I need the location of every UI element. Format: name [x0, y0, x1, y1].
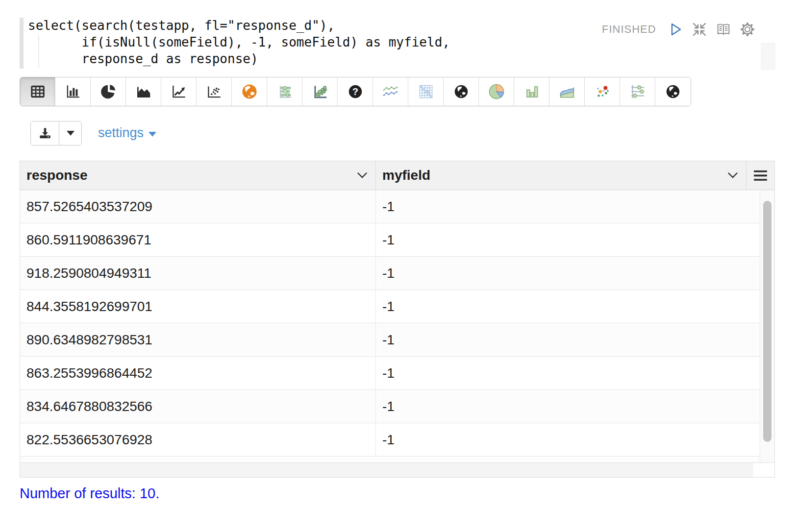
play-icon [668, 22, 683, 37]
code-line: response_d as response) [28, 50, 450, 67]
pie-color-icon [487, 82, 506, 101]
table-footer-bar [20, 462, 774, 477]
gear-icon [740, 22, 755, 37]
settings-gear-button[interactable] [740, 22, 755, 37]
cell-myfield: -1 [376, 190, 760, 223]
viz-tab-sparkline[interactable] [373, 77, 408, 106]
results-table: response myfield 857.5265403537209 -1 86… [20, 161, 775, 478]
cell-myfield: -1 [376, 257, 760, 290]
status-badge: FINISHED [602, 23, 656, 36]
cell-response: 863.2553996864452 [20, 357, 376, 389]
cell-myfield: -1 [376, 390, 760, 423]
scatter-chart-icon [205, 83, 223, 100]
viz-tab-table[interactable] [20, 77, 55, 106]
table-scrollbar-thumb[interactable] [763, 201, 771, 442]
globe-dark-icon [452, 83, 470, 100]
heatmap-icon [417, 83, 435, 100]
viz-tab-bar-chart[interactable] [55, 77, 91, 106]
table-row[interactable]: 890.6348982798531 -1 [20, 323, 760, 357]
settings-link[interactable]: settings [98, 125, 156, 141]
viz-tab-bubble-matrix[interactable] [267, 77, 302, 106]
collapse-button[interactable] [692, 22, 707, 37]
table-row[interactable]: 863.2553996864452 -1 [20, 357, 760, 390]
table-row[interactable]: 857.5265403537209 -1 [20, 190, 760, 223]
visualization-toolbar: ? [20, 77, 691, 106]
globe-dark-2-icon [664, 83, 682, 100]
line-chart-icon [170, 83, 188, 100]
viz-tab-scatter-chart[interactable] [197, 77, 232, 106]
table-scrollbar-track[interactable] [760, 190, 774, 462]
editor-scrollbar-track[interactable] [761, 43, 775, 70]
cell-myfield: -1 [376, 223, 760, 256]
table-row[interactable]: 844.3558192699701 -1 [20, 290, 760, 323]
viz-tab-pie-chart[interactable] [91, 77, 126, 106]
viz-tab-area-chart[interactable] [126, 77, 161, 106]
sliders-icon [629, 83, 646, 100]
table-body: 857.5265403537209 -1 860.5911908639671 -… [20, 190, 774, 462]
cell-response: 890.6348982798531 [20, 323, 376, 356]
caret-down-icon [67, 131, 75, 136]
cell-response: 834.6467880832566 [20, 390, 376, 423]
column-header-response[interactable]: response [20, 161, 376, 190]
cell-response: 918.2590804949311 [20, 257, 376, 290]
cell-response: 844.3558192699701 [20, 290, 376, 323]
viz-tab-heatmap[interactable] [408, 77, 444, 106]
results-count: Number of results: 10. [20, 485, 159, 502]
bar-green-icon [523, 83, 541, 100]
viz-tab-sliders[interactable] [620, 77, 655, 106]
bubble-scatter-icon [311, 83, 329, 100]
help-icon: ? [347, 83, 364, 100]
table-icon [29, 83, 47, 100]
table-menu-button[interactable] [746, 161, 774, 190]
viz-tab-line-chart[interactable] [161, 77, 197, 106]
viz-tab-pie-color[interactable] [479, 77, 514, 106]
editor-gutter-bar [20, 18, 24, 69]
column-label: response [26, 168, 88, 183]
download-button[interactable] [31, 121, 59, 145]
code-line: if(isNull(someField), -1, someField) as … [28, 34, 450, 50]
run-button[interactable] [668, 22, 683, 37]
sparkline-icon [381, 83, 400, 100]
table-header-row: response myfield [20, 161, 774, 190]
chevron-down-icon[interactable] [357, 172, 368, 179]
viz-tab-bar-green[interactable] [514, 77, 549, 106]
settings-label: settings [98, 125, 144, 141]
table-row[interactable]: 860.5911908639671 -1 [20, 223, 760, 257]
cell-response: 822.5536653076928 [20, 423, 376, 456]
show-editor-button[interactable] [716, 22, 731, 37]
viz-tab-map-orange[interactable] [232, 77, 267, 106]
download-options-button[interactable] [59, 121, 81, 145]
chevron-down-icon[interactable] [727, 172, 738, 179]
cell-myfield: -1 [376, 290, 760, 323]
compress-icon [692, 22, 707, 37]
table-row[interactable]: 918.2590804949311 -1 [20, 257, 760, 290]
viz-tab-help[interactable]: ? [338, 77, 373, 106]
scatter-color-icon [594, 83, 611, 100]
viz-tab-area-color[interactable] [549, 77, 585, 106]
pie-chart-icon [99, 83, 117, 100]
viz-tab-globe-dark[interactable] [444, 77, 479, 106]
cell-response: 860.5911908639671 [20, 223, 376, 256]
table-row[interactable]: 834.6467880832566 -1 [20, 390, 760, 423]
paragraph-controls: FINISHED [602, 20, 755, 39]
cell-myfield: -1 [376, 423, 760, 456]
cell-response: 857.5265403537209 [20, 190, 376, 223]
hamburger-menu-icon [754, 170, 767, 181]
partial-row [20, 457, 760, 462]
book-icon [716, 22, 731, 37]
caret-down-icon [149, 132, 156, 137]
svg-text:?: ? [352, 86, 358, 97]
code-editor[interactable]: select(search(testapp, fl="response_d"),… [28, 17, 450, 67]
bar-chart-icon [64, 83, 82, 100]
download-split-button [30, 121, 82, 145]
cell-myfield: -1 [376, 357, 760, 389]
area-chart-icon [135, 83, 152, 100]
viz-tab-globe-dark-2[interactable] [655, 77, 691, 106]
cell-myfield: -1 [376, 323, 760, 356]
viz-tab-scatter-color[interactable] [585, 77, 620, 106]
viz-tab-bubble-scatter[interactable] [302, 77, 338, 106]
area-color-icon [558, 82, 576, 101]
column-header-myfield[interactable]: myfield [376, 161, 746, 190]
table-row[interactable]: 822.5536653076928 -1 [20, 423, 760, 457]
download-icon [38, 126, 52, 140]
